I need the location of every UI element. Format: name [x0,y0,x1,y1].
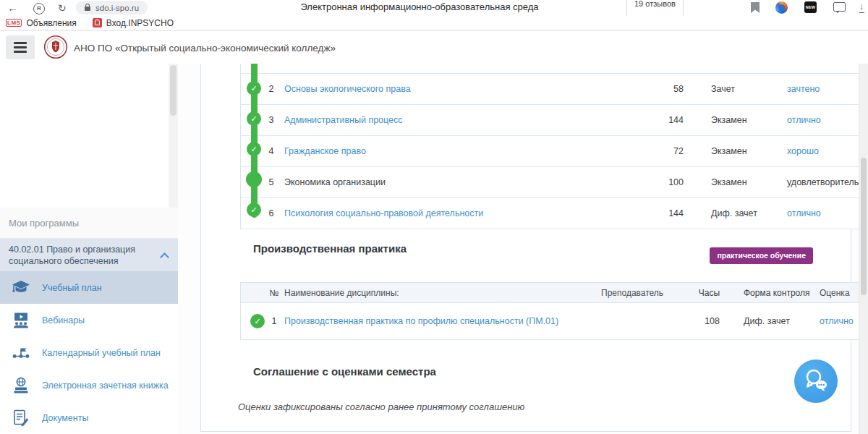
hours-value: 72 [640,146,684,156]
bookmark-label: Вход.INPSYCHO [106,18,174,28]
lock-icon [85,7,90,11]
agreement-note: Оценки зафиксированы согласно ранее прин… [238,401,524,412]
bookmark-label: Объявления [26,18,76,28]
globe-books-icon [10,376,32,395]
sidebar-item-webinars[interactable]: Вебинары [0,304,178,336]
practice-table: №Наименование дисциплины:ПреподавательЧа… [240,282,860,340]
sidebar: Мои программы 40.02.01 Право и организац… [0,64,178,434]
bookmarks-bar: LMS Объявления Вход.INPSYCHO [0,16,868,30]
sidebar-scrollbar-thumb[interactable] [170,65,176,116]
column-header: Форма контроля [744,288,810,298]
browser-extension-icon[interactable] [775,1,788,14]
column-header: Оценка [820,288,850,298]
webinar-icon [10,311,32,330]
hours-value: 144 [640,115,684,125]
check-icon: ✓ [247,203,261,217]
hours-value: 58 [640,84,684,94]
college-name: АНО ПО «Открытый социально-экономический… [74,31,336,64]
agreement-section-title: Соглашение с оценками семестра [253,365,436,378]
column-header: Преподаватель [601,288,663,298]
sidebar-scrollbar [169,64,178,208]
check-icon: ✓ [250,314,265,328]
discipline-link[interactable]: Психология социально-правовой деятельнос… [284,208,483,218]
chevron-up-icon [160,252,169,262]
hours-value: 144 [640,208,684,218]
discipline-link: Экономика организации [284,177,386,187]
table-row: 4Гражданское право72Экзаменхорошо [241,136,859,167]
practice-badge[interactable]: практическое обучение [710,247,813,264]
discipline-link[interactable]: Административный процесс [284,115,403,125]
back-icon[interactable]: ← [7,0,18,16]
grade-value[interactable]: зачтено [787,84,820,94]
app-header: АНО ПО «Открытый социально-экономический… [0,30,868,65]
control-form: Диф. зачет [744,316,790,326]
program-title: 40.02.01 Право и организация социального… [9,244,135,266]
sidebar-item-label: Учебный план [42,271,102,304]
sidebar-item-gradebook[interactable]: Электронная зачетная книжка [0,369,178,401]
menu-toggle-button[interactable] [6,35,35,59]
table-row: 5Экономика организации100Экзаменудовлетв… [241,167,859,198]
control-form: Диф. зачет [711,208,757,218]
bookmark-icon[interactable] [751,2,760,13]
reload-icon[interactable]: ↻ [58,0,67,16]
document-pen-icon [10,409,32,427]
main-content: 2Основы экологического права58Зачетзачте… [178,64,868,434]
practice-section-title: Производственная практика [253,242,407,255]
sidebar-item-label: Календарный учебный план [42,336,161,369]
grade-value[interactable]: отлично [820,316,854,326]
lms-favicon-icon: LMS [6,19,22,27]
sidebar-item-documents[interactable]: Документы [0,401,178,434]
grade-value[interactable]: отлично [787,208,821,218]
hours-value: 100 [640,177,684,187]
milestones-icon [10,344,32,362]
check-icon: ✓ [247,142,261,156]
chat-support-button[interactable] [794,359,838,403]
row-number: 1 [265,316,283,326]
row-number: 3 [263,115,280,125]
column-header: № [265,288,283,298]
cut-row [241,64,859,74]
discipline-link[interactable]: Гражданское право [284,146,366,156]
reviews-count: 19 отзывов [634,0,676,8]
bookmark-inpsycho[interactable]: Вход.INPSYCHO [93,18,174,28]
college-logo-icon[interactable] [43,35,68,62]
row-number: 4 [263,146,280,156]
semester-table-rows: 2Основы экологического права58Зачетзачте… [241,74,859,229]
feedback-icon[interactable] [833,2,846,12]
row-number: 2 [263,84,280,94]
sidebar-nav: Учебный планВебинарыКалендарный учебный … [0,271,178,434]
grade-value[interactable]: отлично [787,115,821,125]
check-icon: ✓ [247,81,261,95]
table-row: 3Административный процесс144Экзаменотлич… [241,105,859,136]
download-icon[interactable]: ↓ [859,1,864,13]
control-form: Экзамен [711,115,747,125]
control-form: Экзамен [711,146,747,156]
sidebar-item-curriculum[interactable]: Учебный план [0,271,178,304]
reader-mode-icon[interactable]: R [33,3,45,14]
grade-value[interactable]: хорошо [787,146,819,156]
column-header: Часы [676,288,720,298]
page-title: Электронная информационно-образовательна… [300,1,538,12]
table-row: 2Основы экологического права58Зачетзачте… [241,74,859,105]
control-form: Зачет [711,84,735,94]
column-header: Наименование дисциплины: [284,288,399,298]
address-bar[interactable]: sdo.i-spo.ru [76,1,148,14]
dot-icon [246,171,262,187]
content-card: 2Основы экологического права58Зачетзачте… [200,64,851,432]
discipline-link[interactable]: Основы экологического права [284,84,411,94]
emblem-favicon-icon [93,18,102,27]
semester-table: 2Основы экологического права58Зачетзачте… [240,64,860,229]
table-row: ✓1Производственная практика по профилю с… [241,302,859,339]
program-header[interactable]: 40.02.01 Право и организация социального… [0,239,178,271]
sidebar-item-calendar-plan[interactable]: Календарный учебный план [0,336,178,369]
discipline-link[interactable]: Производственная практика по профилю спе… [284,316,558,326]
grade-value: удовлетворительно [787,177,868,187]
new-badge-icon[interactable]: NEW [804,1,817,13]
graduation-cap-icon [10,278,32,297]
sidebar-item-label: Электронная зачетная книжка [42,369,169,401]
my-programs-label: Мои программы [0,208,178,239]
browser-toolbar: ← R ↻ sdo.i-spo.ru Электронная информаци… [0,0,868,16]
sidebar-item-label: Документы [42,401,88,434]
bookmark-announcements[interactable]: LMS Объявления [6,18,77,28]
page-scrollbar-thumb[interactable] [861,158,867,295]
